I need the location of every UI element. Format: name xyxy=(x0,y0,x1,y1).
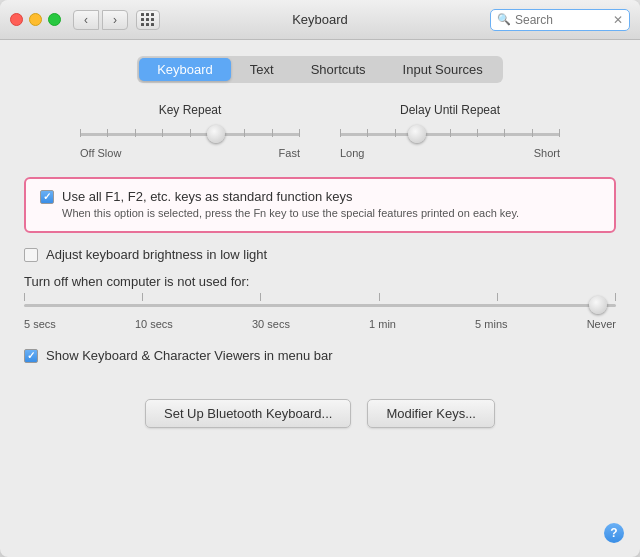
search-box[interactable]: 🔍 ✕ xyxy=(490,9,630,31)
turnoff-tick-5: Never xyxy=(587,318,616,330)
modifier-keys-button[interactable]: Modifier Keys... xyxy=(367,399,495,428)
brightness-row: Adjust keyboard brightness in low light xyxy=(24,247,616,262)
delay-repeat-group: Delay Until Repeat xyxy=(340,103,560,159)
sliders-row: Key Repeat xyxy=(24,103,616,159)
turnoff-slider-group: 5 secs 10 secs 30 secs 1 min 5 mins Neve… xyxy=(24,296,616,330)
turnoff-tick-3: 1 min xyxy=(369,318,396,330)
tab-shortcuts[interactable]: Shortcuts xyxy=(293,58,384,81)
fn-keys-text: Use all F1, F2, etc. keys as standard fu… xyxy=(62,189,519,221)
show-keyboard-row: Show Keyboard & Character Viewers in men… xyxy=(24,348,616,363)
turnoff-tick-4: 5 mins xyxy=(475,318,507,330)
turnoff-label: Turn off when computer is not used for: xyxy=(24,274,249,289)
delay-repeat-thumb[interactable] xyxy=(408,125,426,143)
fn-keys-description: When this option is selected, press the … xyxy=(62,206,519,221)
traffic-lights xyxy=(10,13,61,26)
help-button[interactable]: ? xyxy=(604,523,624,543)
key-repeat-group: Key Repeat xyxy=(80,103,300,159)
back-button[interactable]: ‹ xyxy=(73,10,99,30)
close-button[interactable] xyxy=(10,13,23,26)
window-title: Keyboard xyxy=(292,12,348,27)
delay-repeat-left-label: Long xyxy=(340,147,364,159)
clear-search-icon[interactable]: ✕ xyxy=(613,13,623,27)
fn-keys-checkbox[interactable] xyxy=(40,190,54,204)
nav-buttons: ‹ › xyxy=(73,10,128,30)
tab-keyboard[interactable]: Keyboard xyxy=(139,58,231,81)
key-repeat-left-label: Off Slow xyxy=(80,147,121,159)
key-repeat-track[interactable] xyxy=(80,125,300,143)
fn-keys-box: Use all F1, F2, etc. keys as standard fu… xyxy=(24,177,616,233)
grid-icon xyxy=(141,13,155,27)
key-repeat-label: Key Repeat xyxy=(159,103,222,117)
turnoff-slider-thumb[interactable] xyxy=(589,296,607,314)
tab-text[interactable]: Text xyxy=(232,58,292,81)
fn-keys-row: Use all F1, F2, etc. keys as standard fu… xyxy=(40,189,600,221)
app-grid-button[interactable] xyxy=(136,10,160,30)
turnoff-slider-labels: 5 secs 10 secs 30 secs 1 min 5 mins Neve… xyxy=(24,318,616,330)
key-repeat-thumb[interactable] xyxy=(207,125,225,143)
delay-repeat-right-label: Short xyxy=(534,147,560,159)
tab-input-sources[interactable]: Input Sources xyxy=(385,58,501,81)
fn-keys-main-label: Use all F1, F2, etc. keys as standard fu… xyxy=(62,189,519,204)
turnoff-tick-2: 30 secs xyxy=(252,318,290,330)
turnoff-tick-0: 5 secs xyxy=(24,318,56,330)
show-keyboard-label: Show Keyboard & Character Viewers in men… xyxy=(46,348,333,363)
show-keyboard-checkbox[interactable] xyxy=(24,349,38,363)
turnoff-slider-track[interactable] xyxy=(24,296,616,314)
tab-bar: Keyboard Text Shortcuts Input Sources xyxy=(137,56,503,83)
bottom-buttons: Set Up Bluetooth Keyboard... Modifier Ke… xyxy=(24,379,616,428)
forward-button[interactable]: › xyxy=(102,10,128,30)
delay-repeat-label: Delay Until Repeat xyxy=(400,103,500,117)
turnoff-tick-1: 10 secs xyxy=(135,318,173,330)
brightness-checkbox[interactable] xyxy=(24,248,38,262)
maximize-button[interactable] xyxy=(48,13,61,26)
delay-repeat-track[interactable] xyxy=(340,125,560,143)
search-input[interactable] xyxy=(515,13,609,27)
bluetooth-keyboard-button[interactable]: Set Up Bluetooth Keyboard... xyxy=(145,399,351,428)
brightness-label: Adjust keyboard brightness in low light xyxy=(46,247,267,262)
search-icon: 🔍 xyxy=(497,13,511,26)
minimize-button[interactable] xyxy=(29,13,42,26)
key-repeat-right-label: Fast xyxy=(279,147,300,159)
